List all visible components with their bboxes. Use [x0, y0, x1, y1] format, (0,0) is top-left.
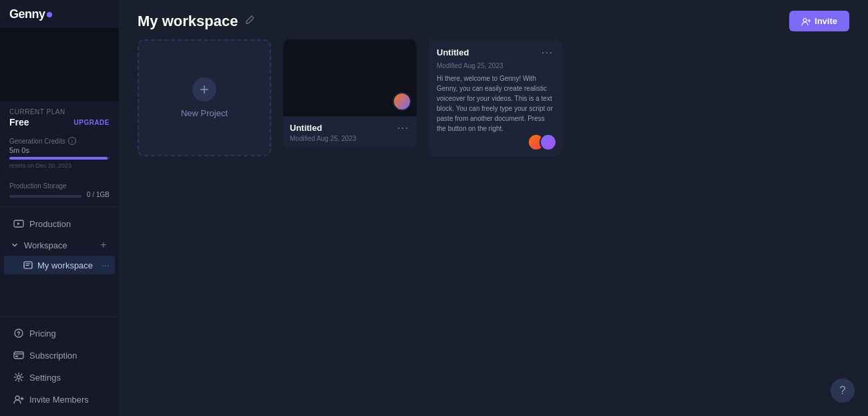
card-date-2: Modified Aug 25, 2023 [437, 62, 554, 69]
invite-members-label: Invite Members [29, 395, 89, 405]
main-content: My workspace Invite + New Project [119, 0, 868, 416]
svg-point-2 [15, 329, 23, 337]
app-name: Genny [9, 7, 52, 21]
workspace-label: Workspace [24, 240, 67, 250]
svg-point-6 [15, 396, 19, 400]
help-icon: ? [840, 385, 846, 397]
project-card-2[interactable]: Untitled ⋯ Modified Aug 25, 2023 Hi ther… [429, 39, 562, 156]
plan-section: Current Plan Free UPGRADE [0, 101, 119, 132]
page-title: My workspace [138, 13, 238, 30]
card-more-button-1[interactable]: ⋯ [395, 122, 410, 134]
plan-label: Current Plan [9, 108, 110, 116]
workspace-section: Workspace + My workspace ··· [0, 235, 119, 275]
svg-point-5 [17, 376, 21, 379]
main-header: My workspace Invite [119, 0, 868, 39]
avatar-purple-2 [539, 134, 557, 151]
card-footer-1: Untitled ⋯ Modified Aug 25, 2023 [283, 116, 417, 148]
workspace-add-button[interactable]: + [97, 239, 110, 251]
storage-label: Production Storage [9, 182, 67, 190]
chevron-down-icon [9, 240, 20, 250]
my-workspace-label: My workspace [37, 260, 93, 270]
divider-1 [0, 206, 119, 207]
storage-value: 0 / 1GB [87, 191, 110, 198]
sidebar: Genny Current Plan Free UPGRADE Generati… [0, 0, 119, 416]
card-date-1: Modified Aug 25, 2023 [290, 135, 410, 142]
sidebar-bottom: Pricing Subscription Settings [0, 311, 119, 416]
subscription-label: Subscription [29, 351, 77, 361]
credits-label: Generation Credits [9, 138, 65, 145]
credits-section: Generation Credits i 5m 0s resets on Dec… [0, 132, 119, 201]
new-project-plus-icon: + [192, 77, 216, 101]
subscription-icon [13, 350, 24, 361]
sidebar-item-subscription[interactable]: Subscription [4, 345, 115, 366]
new-project-label: New Project [181, 108, 228, 118]
credits-value: 5m 0s [9, 146, 29, 154]
svg-rect-4 [15, 356, 18, 357]
invite-button[interactable]: Invite [789, 11, 849, 31]
card-title-2: Untitled [437, 47, 469, 57]
settings-icon [13, 372, 24, 383]
credits-info-icon[interactable]: i [68, 137, 76, 145]
svg-point-7 [803, 18, 807, 21]
card-more-button-2[interactable]: ⋯ [539, 46, 554, 58]
production-label: Production [29, 219, 71, 229]
settings-label: Settings [29, 373, 61, 383]
edit-title-icon[interactable] [244, 15, 255, 28]
help-button[interactable]: ? [831, 379, 855, 403]
card-avatar-group-2 [527, 134, 557, 151]
workspace-item-my-workspace[interactable]: My workspace ··· [4, 256, 115, 274]
sidebar-item-production[interactable]: Production [4, 213, 115, 234]
sidebar-item-pricing[interactable]: Pricing [4, 323, 115, 344]
plan-name: Free [9, 117, 29, 128]
card-preview-1 [283, 39, 417, 116]
card-avatar-1 [393, 92, 411, 111]
pricing-label: Pricing [29, 329, 56, 339]
credits-progress-bar [9, 157, 110, 160]
new-project-card[interactable]: + New Project [138, 39, 271, 156]
logo-dot [47, 12, 52, 17]
title-row: My workspace [138, 13, 255, 30]
logo[interactable]: Genny [0, 0, 119, 28]
svg-rect-3 [14, 352, 23, 359]
sidebar-item-invite-members[interactable]: Invite Members [4, 389, 115, 410]
workspace-item-more-icon[interactable]: ··· [101, 260, 110, 270]
workspace-header[interactable]: Workspace + [4, 235, 115, 255]
invite-button-label: Invite [815, 16, 837, 26]
invite-members-icon [13, 394, 24, 405]
workspace-file-icon [23, 260, 33, 270]
production-icon [13, 218, 24, 229]
sidebar-preview-area [0, 28, 119, 101]
pricing-icon [13, 328, 24, 339]
upgrade-button[interactable]: UPGRADE [73, 119, 110, 126]
divider-2 [0, 317, 119, 317]
project-card-1[interactable]: Untitled ⋯ Modified Aug 25, 2023 [283, 39, 417, 148]
card-content-2: Untitled ⋯ Modified Aug 25, 2023 Hi ther… [429, 39, 562, 156]
storage-progress-bar [9, 195, 81, 198]
credits-progress-fill [9, 157, 107, 160]
cards-grid: + New Project Untitled ⋯ Modified Aug 25… [119, 39, 868, 156]
sidebar-item-settings[interactable]: Settings [4, 367, 115, 388]
card-text-preview-2: Hi there, welcome to Genny! With Genny, … [437, 73, 554, 134]
credits-resets-text: resets on Dec 20, 2023 [9, 162, 110, 169]
card-title-1: Untitled [290, 123, 322, 133]
